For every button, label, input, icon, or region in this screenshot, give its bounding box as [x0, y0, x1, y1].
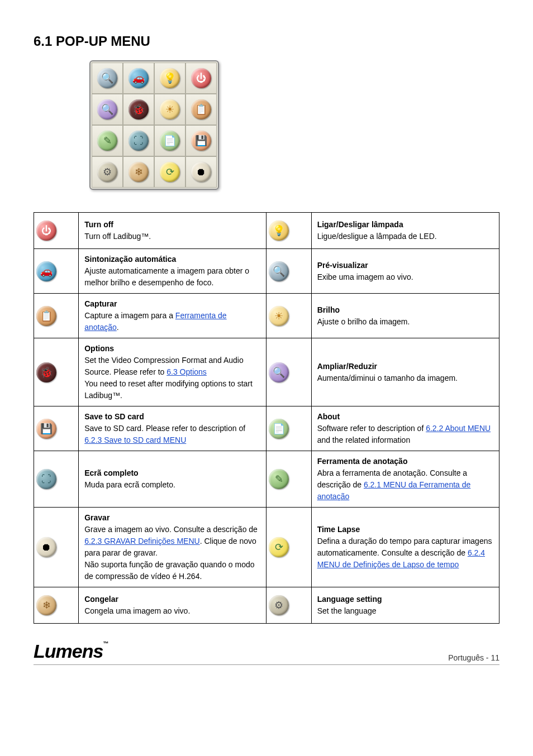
- sd-card-icon[interactable]: 💾: [191, 131, 211, 151]
- row-desc-left: Turn offTurn off Ladibug™.: [79, 213, 266, 249]
- langset-icon: ⚙: [269, 595, 289, 615]
- annotation-icon[interactable]: ✎: [97, 131, 117, 151]
- row-icon-left: ⏺: [34, 508, 79, 587]
- auto-icon: 🚗: [36, 261, 56, 281]
- capture-icon[interactable]: 📋: [191, 99, 211, 119]
- about-icon[interactable]: 📄: [160, 131, 180, 151]
- row-icon-right: 🔍: [266, 338, 311, 406]
- lumens-logo: Lumens™: [34, 640, 108, 662]
- row-icon-right: ✎: [266, 451, 311, 508]
- table-row: ❄CongelarCongela uma imagem ao vivo.⚙Lan…: [34, 587, 499, 624]
- doc-link[interactable]: 6.2.3 GRAVAR Definições MENU: [84, 537, 199, 546]
- annot-icon: ✎: [269, 469, 289, 489]
- sd-icon: 💾: [36, 419, 56, 439]
- row-desc-left: Save to SD cardSave to SD card. Please r…: [79, 406, 266, 451]
- row-icon-right: ☀: [266, 294, 311, 338]
- row-icon-left: ⏻: [34, 213, 79, 249]
- freeze-icon[interactable]: ❄: [129, 162, 149, 182]
- row-desc-left: GravarGrave a imagem ao vivo. Consulte a…: [79, 508, 266, 587]
- row-icon-left: 🚗: [34, 249, 79, 294]
- zoom-icon[interactable]: 🔍: [97, 99, 117, 119]
- row-icon-left: ⛶: [34, 451, 79, 508]
- table-row: 🐞OptionsSet the Video Compression Format…: [34, 338, 499, 406]
- row-icon-right: 🔍: [266, 249, 311, 294]
- icon-description-table: ⏻Turn offTurn off Ladibug™.💡Ligar/Deslig…: [34, 212, 499, 624]
- row-icon-right: ⟳: [266, 508, 311, 587]
- row-desc-right: Ligar/Desligar lâmpadaLigue/desligue a l…: [311, 213, 499, 249]
- row-desc-left: CongelarCongela uma imagem ao vivo.: [79, 587, 266, 624]
- row-icon-right: ⚙: [266, 587, 311, 624]
- row-desc-right: BrilhoAjuste o brilho da imagem.: [311, 294, 499, 338]
- timelapse-icon: ⟳: [269, 537, 289, 557]
- zoom-icon: 🔍: [269, 362, 289, 382]
- about-icon: 📄: [269, 419, 289, 439]
- row-icon-left: ❄: [34, 587, 79, 624]
- doc-link[interactable]: 6.2.2 About MENU: [426, 424, 491, 433]
- doc-link[interactable]: Ferramenta de anotação: [84, 311, 226, 332]
- section-title: 6.1 POP-UP MENU: [34, 34, 499, 49]
- row-desc-right: AboutSoftware refer to description of 6.…: [311, 406, 499, 451]
- lamp-icon[interactable]: 💡: [160, 68, 180, 88]
- row-icon-left: 💾: [34, 406, 79, 451]
- table-row: 🚗Sintonização automáticaAjuste automatic…: [34, 249, 499, 294]
- doc-link[interactable]: 6.2.4 MENU de Definições de Lapso de tem…: [317, 548, 485, 569]
- doc-link[interactable]: 6.2.1 MENU da Ferramenta de anotação: [317, 480, 471, 501]
- timelapse-icon[interactable]: ⟳: [160, 162, 180, 182]
- bright-icon: ☀: [269, 306, 289, 326]
- row-desc-right: Ferramenta de anotaçãoAbra a ferramenta …: [311, 451, 499, 508]
- preview-icon[interactable]: 🔍: [97, 68, 117, 88]
- row-icon-left: 🐞: [34, 338, 79, 406]
- power-icon: ⏻: [36, 221, 56, 241]
- preview-icon: 🔍: [269, 261, 289, 281]
- page-footer: Lumens™ Português - 11: [34, 640, 499, 665]
- row-desc-right: Time LapseDefina a duração do tempo para…: [311, 508, 499, 587]
- row-desc-left: OptionsSet the Video Compression Format …: [79, 338, 266, 406]
- row-icon-right: 💡: [266, 213, 311, 249]
- record-icon[interactable]: ⏺: [191, 162, 211, 182]
- table-row: ⏺GravarGrave a imagem ao vivo. Consulte …: [34, 508, 499, 587]
- capture-icon: 📋: [36, 306, 56, 326]
- row-desc-right: Pré-visualizarExibe uma imagem ao vivo.: [311, 249, 499, 294]
- row-icon-left: 📋: [34, 294, 79, 338]
- row-desc-right: Ampliar/ReduzirAumenta/diminui o tamanho…: [311, 338, 499, 406]
- options-icon: 🐞: [36, 362, 56, 382]
- lamp-icon: 💡: [269, 221, 289, 241]
- auto-tune-icon[interactable]: 🚗: [129, 68, 149, 88]
- doc-link[interactable]: 6.2.3 Save to SD card MENU: [84, 436, 186, 444]
- table-row: 💾Save to SD cardSave to SD card. Please …: [34, 406, 499, 451]
- row-desc-left: Sintonização automáticaAjuste automatica…: [79, 249, 266, 294]
- row-desc-left: CapturarCapture a imagem para a Ferramen…: [79, 294, 266, 338]
- popup-menu-toolbar: 🔍 🚗 💡 ⏻ 🔍 🐞 ☀ 📋 ✎ ⛶ 📄 💾 ⚙ ❄ ⟳ ⏺: [89, 60, 219, 190]
- table-row: 📋CapturarCapture a imagem para a Ferrame…: [34, 294, 499, 338]
- full-icon: ⛶: [36, 469, 56, 489]
- language-icon[interactable]: ⚙: [97, 162, 117, 182]
- power-icon[interactable]: ⏻: [191, 68, 211, 88]
- table-row: ⏻Turn offTurn off Ladibug™.💡Ligar/Deslig…: [34, 213, 499, 249]
- freeze-icon: ❄: [36, 595, 56, 615]
- doc-link[interactable]: 6.3 Options: [166, 367, 207, 376]
- row-icon-right: 📄: [266, 406, 311, 451]
- table-row: ⛶Ecrã completoMuda para ecrã completo.✎F…: [34, 451, 499, 508]
- page-number: Português - 11: [448, 653, 499, 662]
- fullscreen-icon[interactable]: ⛶: [129, 131, 149, 151]
- options-icon[interactable]: 🐞: [129, 99, 149, 119]
- row-desc-right: Language settingSet the language: [311, 587, 499, 624]
- record-icon: ⏺: [36, 537, 56, 557]
- row-desc-left: Ecrã completoMuda para ecrã completo.: [79, 451, 266, 508]
- brightness-icon[interactable]: ☀: [160, 99, 180, 119]
